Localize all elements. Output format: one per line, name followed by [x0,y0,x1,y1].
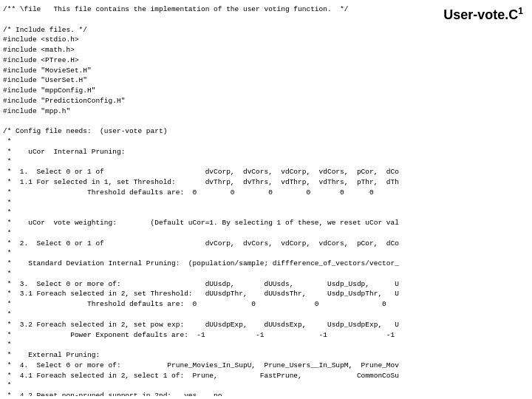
code-line: * Power Exponent defaults are: -1 -1 -1 … [3,330,399,341]
code-line [3,15,399,25]
code-line: /** \file This file contains the impleme… [3,4,399,15]
code-line: * 3. Select 0 or more of: dUUsdp, dUUsds… [3,279,399,290]
code-line: * [3,269,399,279]
code-line: * Threshold defaults are: 0 0 0 0 [3,299,399,310]
code-line: * [3,340,399,350]
code-line: /* Include files. */ [3,25,399,35]
code-line: /* Config file needs: (user-vote part) [3,126,399,137]
code-line: * 4. Select 0 or more of: Prune_Movies_I… [3,361,399,371]
code-line [3,116,399,126]
code-line: * Threshold defaults are: 0 0 0 0 0 0 0 [3,188,399,198]
code-line: * External Pruning: [3,350,399,361]
code-line: * 3.2 Foreach selected in 2, set pow exp… [3,320,399,330]
code-line: * uCor Internal Pruning: [3,147,399,157]
title-sub: 1 [518,6,523,16]
code-line: * [3,208,399,218]
code-line: #include "UserSet.H" [3,75,399,86]
code-line: * 3.1 Foreach selected in 2, set Thresho… [3,289,399,299]
code-line: * [3,137,399,147]
code-line: #include "PredictionConfig.H" [3,96,399,106]
code-line: * Standard Deviation Internal Pruning: (… [3,259,399,269]
code-line: * [3,310,399,320]
code-line: * 1. Select 0 or 1 of dvCorp, dvCors, vd… [3,167,399,177]
code-line: * [3,248,399,259]
code-line: * 4.1 Foreach selected in 2, select 1 of… [3,371,399,381]
code-line: #include "MovieSet.H" [3,66,399,76]
code-line: * [3,228,399,239]
code-area: /** \file This file contains the impleme… [3,4,399,396]
code-line: * 2. Select 0 or 1 of dvCorp, dvCors, vd… [3,239,399,249]
code-line: #include <PTree.H> [3,55,399,66]
title-main: User-vote.C [443,7,518,22]
page-title: User-vote.C1 [443,6,523,23]
code-line: #include "mppConfig.H" [3,86,399,96]
page-container: User-vote.C1 /** \file This file contain… [0,0,532,399]
code-line: * [3,198,399,208]
code-line: #include "mpp.h" [3,106,399,117]
code-line: * 4.2 Reset non-pruned support in 2nd: y… [3,391,399,396]
code-line: * uCor vote weighting: (Default uCor=1. … [3,218,399,228]
code-line: #include <stdio.h> [3,35,399,45]
code-line: #include <math.h> [3,45,399,55]
code-line: * [3,157,399,167]
code-line: * [3,381,399,391]
code-line: * 1.1 For selected in 1, set Threshold: … [3,177,399,188]
